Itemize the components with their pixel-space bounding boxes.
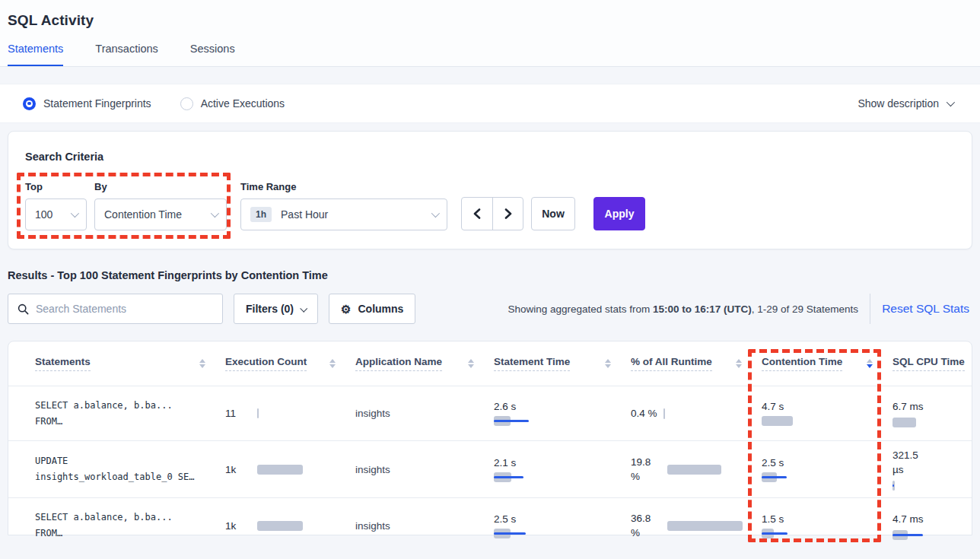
statement-cell[interactable]: SELECT a.balance, b.ba... FROM… (35, 398, 225, 430)
chevron-right-icon (504, 208, 512, 219)
sort-icon[interactable] (329, 359, 336, 369)
pct-runtime-cell: 36.8 % (631, 511, 762, 540)
gear-icon: ⚙ (341, 303, 351, 315)
tab-sessions[interactable]: Sessions (190, 43, 235, 66)
chevron-down-icon (947, 98, 955, 106)
pct-runtime-cell: 19.8 % (631, 455, 762, 484)
top-field: Top 100 (25, 181, 87, 230)
contention-time-line (762, 532, 788, 535)
contention-time-cell: 2.5 s (762, 457, 892, 482)
radio-selected-icon (23, 97, 36, 110)
view-radio-group: Statement Fingerprints Active Executions (23, 97, 285, 110)
reset-sql-stats-link[interactable]: Reset SQL Stats (882, 302, 972, 316)
column-header-pct-runtime[interactable]: % of All Runtime (631, 356, 762, 371)
sql-cpu-line (892, 484, 894, 487)
now-button[interactable]: Now (531, 197, 575, 230)
application-name-cell: insights (355, 520, 494, 532)
view-toggle-bar: Statement Fingerprints Active Executions… (0, 84, 980, 123)
radio-unselected-icon (180, 97, 193, 110)
filters-label: Filters (0) (246, 303, 294, 315)
search-criteria-card: Search Criteria Top 100 By Contention Ti… (8, 131, 972, 249)
chevron-down-icon (211, 209, 219, 218)
tab-bar: Statements Transactions Sessions (8, 43, 235, 66)
sql-cpu-cell: 4.7 ms (892, 512, 972, 540)
table-row[interactable]: SELECT a.balance, b.ba... FROM… 1k insig… (8, 498, 972, 553)
sort-icon-active-desc[interactable] (867, 359, 873, 369)
chevron-left-icon (473, 208, 481, 219)
stats-area: Showing aggregated stats from 15:00 to 1… (508, 294, 972, 324)
top-select-value: 100 (35, 208, 52, 221)
search-criteria-heading: Search Criteria (25, 151, 972, 163)
time-range-field: Time Range 1h Past Hour (240, 181, 447, 230)
pct-runtime-cell: 0.4 % (631, 406, 762, 421)
by-label: By (94, 181, 227, 192)
radio-label: Active Executions (201, 97, 285, 110)
column-header-application-name[interactable]: Application Name (355, 356, 494, 371)
execution-count-cell: 11 (225, 408, 355, 419)
statement-time-cell: 2.6 s (494, 401, 631, 426)
columns-button[interactable]: ⚙ Columns (329, 294, 415, 324)
execution-count-cell: 1k (225, 464, 355, 475)
tab-transactions[interactable]: Transactions (95, 43, 158, 66)
application-name-cell: insights (355, 408, 494, 419)
time-prev-button[interactable] (462, 198, 492, 230)
contention-time-cell: 1.5 s (762, 513, 892, 538)
filters-button[interactable]: Filters (0) (234, 294, 318, 324)
columns-label: Columns (358, 303, 403, 315)
statement-search-box (8, 294, 223, 324)
table-row[interactable]: UPDATE insights_workload_table_0 SE… 1k … (8, 441, 972, 498)
time-range-select[interactable]: 1h Past Hour (240, 199, 447, 230)
statement-cell[interactable]: SELECT a.balance, b.ba... FROM… (35, 510, 225, 542)
column-header-statement-time[interactable]: Statement Time (494, 356, 631, 371)
pct-runtime-bar (667, 521, 743, 531)
execution-count-bar (257, 465, 303, 475)
pct-runtime-bar (663, 408, 665, 419)
chevron-down-icon (431, 209, 440, 218)
search-statements-input[interactable] (36, 303, 215, 315)
chevron-down-icon (71, 209, 79, 218)
table-row[interactable]: SELECT a.balance, b.ba... FROM… 11 insig… (8, 386, 972, 441)
by-select-value: Contention Time (104, 208, 182, 221)
statement-time-cell: 2.1 s (494, 457, 631, 482)
top-select[interactable]: 100 (25, 199, 87, 230)
time-range-badge: 1h (250, 207, 272, 222)
radio-statement-fingerprints[interactable]: Statement Fingerprints (23, 97, 151, 110)
show-description-toggle[interactable]: Show description (858, 97, 953, 110)
radio-active-executions[interactable]: Active Executions (180, 97, 285, 110)
tab-statements[interactable]: Statements (8, 43, 63, 66)
sort-icon[interactable] (199, 359, 205, 369)
statement-time-line (494, 420, 529, 422)
results-controls-row: Filters (0) ⚙ Columns Showing aggregated… (8, 294, 972, 324)
by-field: By Contention Time (94, 181, 227, 230)
search-criteria-row: Top 100 By Contention Time Time Range 1h… (25, 181, 972, 230)
sort-icon[interactable] (605, 359, 611, 369)
sort-icon[interactable] (468, 359, 474, 369)
statement-time-line (494, 476, 523, 478)
statement-time-cell: 2.5 s (494, 513, 631, 538)
execution-count-bar (257, 408, 259, 418)
statement-cell[interactable]: UPDATE insights_workload_table_0 SE… (35, 453, 225, 485)
radio-label: Statement Fingerprints (43, 97, 151, 110)
by-select[interactable]: Contention Time (94, 199, 227, 230)
chevron-down-icon (300, 304, 307, 312)
sort-icon[interactable] (736, 359, 742, 369)
statements-table-card: Statements Execution Count Application N… (8, 341, 972, 535)
contention-time-line (762, 476, 787, 478)
apply-button[interactable]: Apply (593, 197, 645, 230)
pct-runtime-bar (667, 465, 721, 475)
execution-count-bar (257, 521, 303, 531)
statement-time-line (494, 532, 526, 535)
sql-cpu-cell: 321.5 µs (892, 448, 972, 491)
time-range-value: Past Hour (281, 208, 328, 221)
contention-time-cell: 4.7 s (762, 401, 892, 426)
results-heading: Results - Top 100 Statement Fingerprints… (8, 269, 980, 281)
time-nav-group (461, 197, 523, 230)
contention-time-bar (762, 416, 793, 426)
page-title: SQL Activity (0, 0, 980, 29)
application-name-cell: insights (355, 464, 494, 475)
column-header-execution-count[interactable]: Execution Count (225, 356, 355, 371)
column-header-sql-cpu-time[interactable]: SQL CPU Time (892, 356, 972, 371)
column-header-contention-time[interactable]: Contention Time (762, 356, 892, 371)
time-next-button[interactable] (492, 198, 523, 230)
column-header-statements[interactable]: Statements (35, 356, 225, 371)
